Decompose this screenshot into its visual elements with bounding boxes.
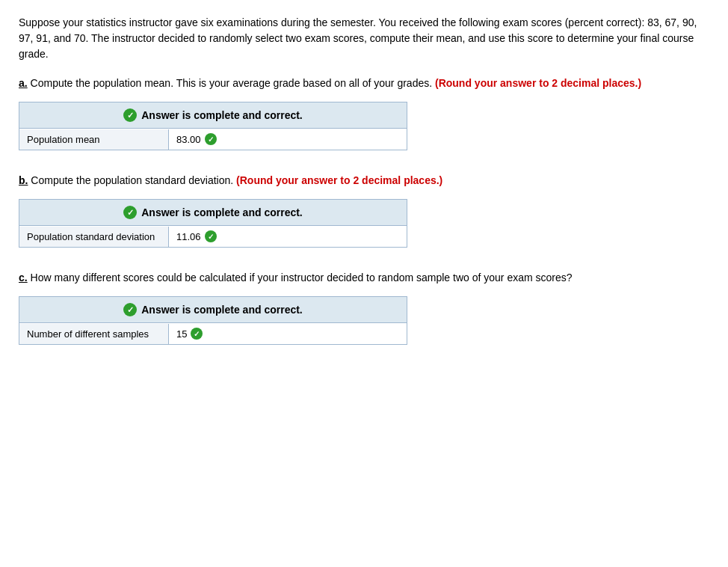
answer-header-c: ✓ Answer is complete and correct. — [19, 297, 407, 323]
question-c-label: c. — [19, 272, 28, 284]
answer-value-text-a: 83.00 — [176, 134, 201, 145]
question-b: b. Compute the population standard devia… — [19, 173, 709, 252]
check-circle-icon-c: ✓ — [123, 303, 137, 316]
answer-header-label-b: Answer is complete and correct. — [141, 206, 303, 218]
answer-value-text-c: 15 — [176, 328, 187, 340]
answer-row-a: Population mean 83.00 ✓ — [19, 129, 407, 150]
question-c: c. How many different scores could be ca… — [19, 270, 709, 349]
question-a-text: a. Compute the population mean. This is … — [19, 76, 709, 91]
answer-row-c: Number of different samples 15 ✓ — [19, 323, 407, 344]
answer-header-a: ✓ Answer is complete and correct. — [19, 102, 407, 129]
answer-value-c: 15 ✓ — [169, 323, 210, 344]
question-a-round-note: (Round your answer to 2 decimal places.) — [432, 77, 641, 89]
question-b-body: Compute the population standard deviatio… — [28, 174, 233, 186]
answer-header-b: ✓ Answer is complete and correct. — [19, 200, 407, 226]
question-b-text: b. Compute the population standard devia… — [19, 173, 709, 189]
answer-value-b: 11.06 ✓ — [169, 226, 224, 247]
question-c-text: c. How many different scores could be ca… — [19, 270, 709, 286]
check-circle-icon-b: ✓ — [123, 206, 137, 219]
answer-header-label-a: Answer is complete and correct. — [141, 109, 303, 121]
intro-paragraph: Suppose your statistics instructor gave … — [19, 15, 709, 62]
answer-box-c: ✓ Answer is complete and correct. Number… — [19, 296, 407, 345]
answer-box-a: ✓ Answer is complete and correct. Popula… — [19, 102, 407, 150]
value-check-icon-a: ✓ — [205, 133, 217, 145]
answer-header-label-c: Answer is complete and correct. — [141, 304, 303, 316]
question-a-body: Compute the population mean. This is you… — [28, 77, 432, 89]
question-a: a. Compute the population mean. This is … — [19, 76, 709, 155]
value-check-icon-b: ✓ — [205, 230, 217, 242]
answer-value-text-b: 11.06 — [176, 231, 201, 242]
question-b-label: b. — [19, 174, 28, 186]
answer-row-b: Population standard deviation 11.06 ✓ — [19, 226, 407, 247]
value-check-icon-c: ✓ — [191, 328, 203, 340]
answer-label-a: Population mean — [19, 129, 169, 150]
question-b-round-note: (Round your answer to 2 decimal places.) — [233, 174, 442, 186]
answer-label-c: Number of different samples — [19, 324, 169, 344]
question-a-label: a. — [19, 77, 28, 89]
answer-value-a: 83.00 ✓ — [169, 129, 224, 150]
answer-box-b: ✓ Answer is complete and correct. Popula… — [19, 199, 407, 248]
check-circle-icon-a: ✓ — [123, 108, 137, 122]
question-c-body: How many different scores could be calcu… — [28, 272, 573, 284]
answer-label-b: Population standard deviation — [19, 227, 169, 247]
